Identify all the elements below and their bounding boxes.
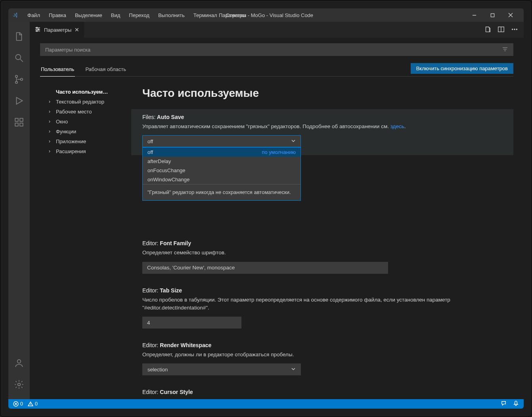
svg-point-23 bbox=[512, 29, 513, 29]
scope-workspace-tab[interactable]: Рабочая область bbox=[84, 63, 127, 76]
svg-rect-9 bbox=[15, 118, 18, 121]
setting-description: Определяет, должны ли в редакторе отобра… bbox=[142, 351, 509, 359]
menu-go[interactable]: Переход bbox=[125, 11, 153, 20]
svg-rect-10 bbox=[15, 123, 18, 126]
editor-actions bbox=[484, 26, 524, 34]
tree-application[interactable]: ›Приложение bbox=[40, 136, 127, 146]
option-onwindowchange[interactable]: onWindowChange bbox=[143, 175, 300, 184]
titlebar: Файл Правка Выделение Вид Переход Выполн… bbox=[8, 8, 524, 22]
menu-file[interactable]: Файл bbox=[23, 11, 44, 20]
select-value: selection bbox=[147, 367, 168, 373]
svg-rect-12 bbox=[20, 118, 23, 121]
setting-label: Editor: Font Family bbox=[142, 240, 509, 246]
status-bell-icon[interactable] bbox=[513, 400, 519, 407]
statusbar: 0 0 bbox=[8, 399, 524, 409]
setting-label: Files: Auto Save bbox=[142, 114, 509, 120]
renderwhitespace-select[interactable]: selection bbox=[142, 363, 301, 375]
setting-description: Управляет автоматическим сохранением "гр… bbox=[142, 123, 509, 131]
option-onfocuschange[interactable]: onFocusChange bbox=[143, 166, 300, 175]
tree-workbench[interactable]: ›Рабочее место bbox=[40, 107, 127, 117]
gear-icon[interactable] bbox=[8, 374, 30, 395]
svg-rect-1 bbox=[491, 13, 494, 17]
svg-line-5 bbox=[20, 59, 23, 62]
option-detail: "Грязный" редактор никогда не сохраняетс… bbox=[143, 184, 300, 200]
option-afterdelay[interactable]: afterDelay bbox=[143, 157, 300, 166]
status-errors[interactable]: 0 bbox=[13, 401, 23, 407]
chevron-right-icon: › bbox=[49, 148, 50, 154]
svg-point-18 bbox=[36, 27, 38, 28]
status-warnings[interactable]: 0 bbox=[28, 401, 38, 407]
svg-rect-11 bbox=[20, 123, 23, 126]
setting-files-autosave: Files: Auto Save Управляет автоматически… bbox=[131, 109, 513, 155]
run-debug-icon[interactable] bbox=[8, 90, 30, 111]
menu-view[interactable]: Вид bbox=[107, 11, 124, 20]
svg-point-13 bbox=[17, 359, 21, 363]
autosave-link[interactable]: здесь bbox=[390, 123, 404, 129]
explorer-icon[interactable] bbox=[8, 26, 30, 47]
extensions-icon[interactable] bbox=[8, 111, 30, 133]
settings-content[interactable]: Часто используемые Files: Auto Save Упра… bbox=[131, 84, 513, 399]
chevron-right-icon: › bbox=[49, 119, 50, 124]
window-controls bbox=[465, 8, 520, 22]
vscode-logo-icon bbox=[12, 12, 19, 18]
tree-text-editor[interactable]: ›Текстовый редактор bbox=[40, 97, 127, 107]
svg-point-7 bbox=[15, 81, 17, 83]
filter-icon[interactable] bbox=[502, 46, 508, 54]
minimize-button[interactable] bbox=[465, 8, 483, 22]
settings-heading: Часто используемые bbox=[142, 87, 509, 100]
chevron-right-icon: › bbox=[49, 109, 50, 114]
more-actions-icon[interactable] bbox=[511, 26, 518, 34]
chevron-down-icon bbox=[291, 367, 296, 373]
search-icon[interactable] bbox=[8, 47, 30, 69]
search-placeholder: Параметры поиска bbox=[45, 47, 90, 53]
default-tag: по умолчанию bbox=[262, 149, 296, 155]
svg-point-8 bbox=[21, 78, 23, 80]
setting-label: Editor: Render Whitespace bbox=[142, 342, 509, 348]
settings-tab-icon bbox=[34, 26, 41, 34]
tree-extensions[interactable]: ›Расширения bbox=[40, 146, 127, 156]
activitybar bbox=[8, 22, 30, 399]
tree-common[interactable]: Часто используем… bbox=[40, 87, 127, 97]
open-settings-json-icon[interactable] bbox=[484, 26, 491, 34]
settings-search-input[interactable]: Параметры поиска bbox=[40, 43, 513, 56]
close-icon[interactable]: ✕ bbox=[75, 27, 79, 33]
tab-settings[interactable]: Параметры ✕ bbox=[30, 22, 84, 38]
split-editor-icon[interactable] bbox=[498, 26, 505, 34]
chevron-right-icon: › bbox=[49, 129, 50, 134]
menu-terminal[interactable]: Терминал bbox=[189, 11, 221, 20]
window-title: Параметры - MoGo - Visual Studio Code bbox=[219, 12, 313, 18]
menu-edit[interactable]: Правка bbox=[45, 11, 70, 20]
fontfamily-input[interactable] bbox=[142, 262, 388, 274]
menu-selection[interactable]: Выделение bbox=[71, 11, 106, 20]
autosave-select[interactable]: off bbox=[142, 135, 301, 147]
source-control-icon[interactable] bbox=[8, 69, 30, 90]
chevron-right-icon: › bbox=[49, 138, 50, 144]
maximize-button[interactable] bbox=[483, 8, 501, 22]
tabbar: Параметры ✕ bbox=[30, 22, 524, 38]
close-button[interactable] bbox=[501, 8, 520, 22]
select-value: off bbox=[147, 138, 153, 144]
enable-sync-button[interactable]: Включить синхронизацию параметров bbox=[411, 63, 513, 74]
setting-label: Editor: Tab Size bbox=[142, 287, 509, 294]
svg-point-6 bbox=[15, 75, 17, 77]
account-icon[interactable] bbox=[8, 352, 30, 374]
tree-features[interactable]: ›Функции bbox=[40, 127, 127, 136]
menu-run[interactable]: Выполнить bbox=[154, 11, 189, 20]
status-feedback-icon[interactable] bbox=[501, 400, 507, 407]
setting-editor-fontfamily: Editor: Font Family Определяет семейство… bbox=[142, 240, 509, 273]
setting-editor-cursorstyle: Editor: Cursor Style bbox=[142, 389, 509, 395]
scope-user-tab[interactable]: Пользователь bbox=[40, 63, 75, 77]
settings-tree: Часто используем… ›Текстовый редактор ›Р… bbox=[40, 84, 131, 399]
autosave-dropdown: off по умолчанию afterDelay onFocusChang… bbox=[142, 147, 301, 201]
tab-label: Параметры bbox=[44, 27, 71, 33]
svg-point-25 bbox=[516, 29, 517, 29]
svg-point-4 bbox=[15, 54, 21, 60]
tree-window[interactable]: ›Окно bbox=[40, 117, 127, 127]
option-off[interactable]: off по умолчанию bbox=[143, 148, 300, 157]
tabsize-input[interactable] bbox=[142, 317, 241, 329]
svg-point-24 bbox=[514, 29, 515, 29]
svg-point-19 bbox=[38, 29, 39, 30]
setting-editor-renderwhitespace: Editor: Render Whitespace Определяет, до… bbox=[142, 342, 509, 375]
setting-description: Определяет семейство шрифтов. bbox=[142, 249, 509, 257]
menubar: Файл Правка Выделение Вид Переход Выполн… bbox=[23, 11, 250, 20]
